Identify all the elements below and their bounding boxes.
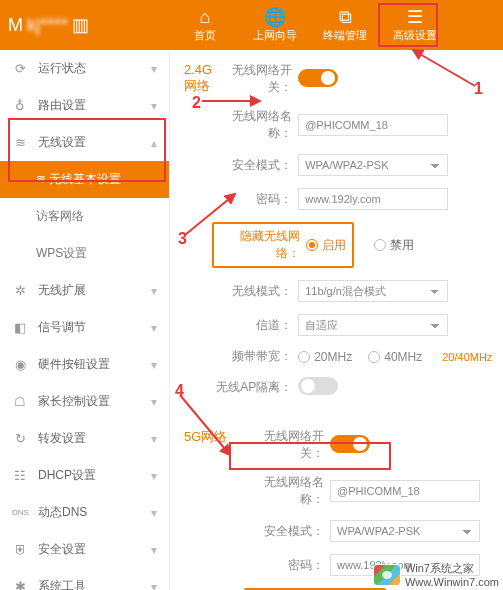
devices-icon: ⧉ <box>339 8 352 26</box>
security-24g-select[interactable]: WPA/WPA2-PSK <box>298 154 448 176</box>
sidebar-item-security[interactable]: ⛨安全设置▾ <box>0 531 169 568</box>
tools-icon: ✱ <box>12 579 28 590</box>
sidebar-item-status[interactable]: ⟳运行状态▾ <box>0 50 169 87</box>
forward-icon: ↻ <box>12 431 28 446</box>
nav-wizard[interactable]: 🌐上网向导 <box>240 2 310 49</box>
bw-note: 20/40MHz <box>442 351 492 363</box>
radio-24g-disable[interactable]: 禁用 <box>374 237 414 254</box>
chevron-down-icon: ▾ <box>151 321 157 335</box>
chevron-down-icon: ▾ <box>151 62 157 76</box>
radio-24g-enable[interactable]: 启用 <box>306 237 346 254</box>
extender-icon: ✲ <box>12 283 28 298</box>
hide-24g-highlight: 隐藏无线网络： 启用 <box>212 222 354 268</box>
section-24g-title: 2.4G网络 <box>184 62 212 410</box>
sliders-icon: ☰ <box>407 8 423 26</box>
chevron-down-icon: ▾ <box>151 506 157 520</box>
switch-24g[interactable] <box>298 69 338 87</box>
sidebar-sub-guest[interactable]: 访客网络 <box>0 198 169 235</box>
parental-icon: ☖ <box>12 394 28 409</box>
sidebar-item-dhcp[interactable]: ☷DHCP设置▾ <box>0 457 169 494</box>
switch-ap-isolation[interactable] <box>298 377 338 395</box>
brand-logo: M <box>8 15 23 36</box>
button-icon: ◉ <box>12 357 28 372</box>
sidebar-item-extender[interactable]: ✲无线扩展▾ <box>0 272 169 309</box>
home-icon: ⌂ <box>200 8 211 26</box>
callout-1: 1 <box>474 80 483 98</box>
chevron-down-icon: ▾ <box>151 543 157 557</box>
brand-text: kj**** <box>27 15 68 36</box>
signal-icon <box>36 172 46 186</box>
security-5g-select[interactable]: WPA/WPA2-PSK <box>330 520 480 542</box>
dhcp-icon: ☷ <box>12 468 28 483</box>
brand: M kj**** ▥ <box>0 14 170 36</box>
sidebar-item-router[interactable]: ♁路由设置▾ <box>0 87 169 124</box>
sidebar-item-forward[interactable]: ↻转发设置▾ <box>0 420 169 457</box>
sidebar-item-parental[interactable]: ☖家长控制设置▾ <box>0 383 169 420</box>
win-logo-icon <box>373 564 401 586</box>
radio-bw-20[interactable]: 20MHz <box>298 350 352 364</box>
sidebar-sub-wps[interactable]: WPS设置 <box>0 235 169 272</box>
ssid-5g-input[interactable] <box>330 480 480 502</box>
mode-24g-select[interactable]: 11b/g/n混合模式 <box>298 280 448 302</box>
chevron-down-icon: ▾ <box>151 395 157 409</box>
chevron-down-icon: ▾ <box>151 432 157 446</box>
signal-adj-icon: ◧ <box>12 320 28 335</box>
switch-5g[interactable] <box>330 435 370 453</box>
watermark: Win7系统之家Www.Winwin7.com <box>373 561 499 588</box>
chevron-down-icon: ▾ <box>151 358 157 372</box>
header: M kj**** ▥ ⌂首页 🌐上网向导 ⧉终端管理 ☰高级设置 <box>0 0 503 50</box>
dns-icon: DNS <box>12 508 28 517</box>
main-panel: 2.4G网络 无线网络开关： 无线网络名称： 安全模式：WPA/WPA2-PSK… <box>170 50 503 590</box>
radio-bw-40[interactable]: 40MHz <box>368 350 422 364</box>
globe-icon: 🌐 <box>264 8 286 26</box>
nav-clients[interactable]: ⧉终端管理 <box>310 2 380 49</box>
channel-24g-select[interactable]: 自适应 <box>298 314 448 336</box>
callout-2: 2 <box>192 94 201 112</box>
nav-home[interactable]: ⌂首页 <box>170 2 240 49</box>
chevron-down-icon: ▾ <box>151 580 157 591</box>
sidebar: ⟳运行状态▾ ♁路由设置▾ ≋无线设置▴ 无线基本设置 访客网络 WPS设置 ✲… <box>0 50 170 590</box>
brand-icon: ▥ <box>72 14 89 36</box>
chevron-up-icon: ▴ <box>151 136 157 150</box>
sidebar-item-tools[interactable]: ✱系统工具▾ <box>0 568 169 590</box>
sidebar-item-hardware[interactable]: ◉硬件按钮设置▾ <box>0 346 169 383</box>
section-5g-title: 5G网络 <box>184 428 244 590</box>
pwd-24g-input[interactable] <box>298 188 448 210</box>
chevron-down-icon: ▾ <box>151 469 157 483</box>
chevron-down-icon: ▾ <box>151 99 157 113</box>
sidebar-sub-wireless-basic[interactable]: 无线基本设置 <box>0 161 169 198</box>
router-icon: ♁ <box>12 98 28 113</box>
sidebar-item-ddns[interactable]: DNS动态DNS▾ <box>0 494 169 531</box>
nav-advanced[interactable]: ☰高级设置 <box>380 2 450 49</box>
sidebar-item-wireless[interactable]: ≋无线设置▴ <box>0 124 169 161</box>
status-icon: ⟳ <box>12 61 28 76</box>
top-nav: ⌂首页 🌐上网向导 ⧉终端管理 ☰高级设置 <box>170 2 503 49</box>
chevron-down-icon: ▾ <box>151 284 157 298</box>
shield-icon: ⛨ <box>12 542 28 557</box>
callout-4: 4 <box>175 382 184 400</box>
ssid-24g-input[interactable] <box>298 114 448 136</box>
sidebar-item-signal[interactable]: ◧信号调节▾ <box>0 309 169 346</box>
wifi-icon: ≋ <box>12 135 28 150</box>
callout-3: 3 <box>178 230 187 248</box>
group-24g: 2.4G网络 无线网络开关： 无线网络名称： 安全模式：WPA/WPA2-PSK… <box>184 62 489 410</box>
